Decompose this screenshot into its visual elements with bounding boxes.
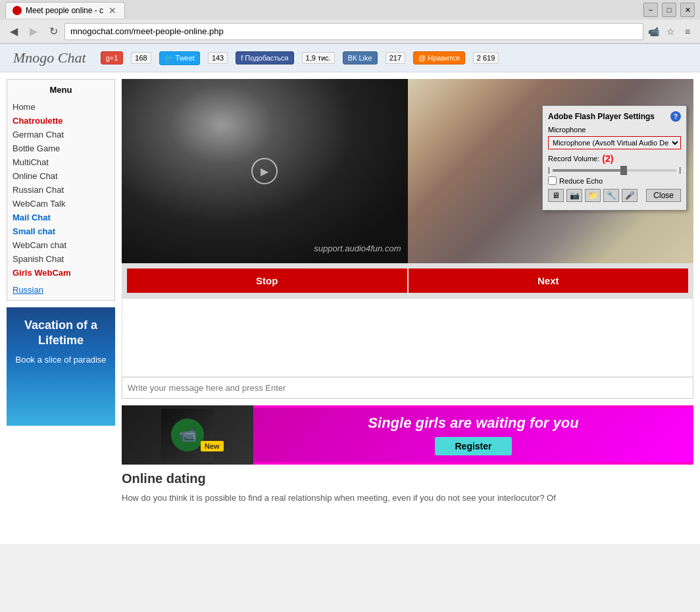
sidebar-item-online-chat[interactable]: Online Chat (12, 169, 109, 183)
next-button[interactable]: Next (409, 268, 689, 293)
flash-reduce-echo-label: Reduce Echo (559, 177, 603, 185)
tweet-count: 143 (208, 52, 228, 64)
browser-toolbar: ◀ ▶ ↻ 📹 ☆ ≡ (0, 20, 700, 43)
vacation-subtitle: Book a slice of paradise (13, 354, 109, 366)
reload-button[interactable]: ↻ (45, 23, 62, 40)
sidebar-item-chatroulette[interactable]: Chatroulette (12, 114, 109, 128)
flash-record-text: Record Volume: (548, 155, 599, 163)
chat-area (122, 298, 693, 377)
sidebar-item-mail-chat[interactable]: Mail Chat (12, 211, 109, 224)
sidebar-menu-box: Menu Home Chatroulette German Chat Bottl… (7, 79, 115, 301)
back-button[interactable]: ◀ (5, 23, 22, 40)
flash-settings-title: Adobe Flash Player Settings ? (548, 111, 681, 122)
menu-icon[interactable]: ≡ (680, 24, 695, 39)
close-window-button[interactable]: ✕ (680, 3, 695, 17)
star-icon[interactable]: ☆ (663, 24, 678, 39)
flash-slider-track (553, 169, 627, 172)
flash-help-button[interactable]: ? (670, 111, 681, 122)
address-bar[interactable] (64, 23, 643, 40)
sidebar-item-home[interactable]: Home (12, 100, 109, 114)
flash-title-text: Adobe Flash Player Settings (548, 112, 655, 121)
flash-close-button[interactable]: Close (646, 189, 681, 202)
sidebar-lang-link[interactable]: Russian (12, 285, 109, 295)
sidebar-item-german-chat[interactable]: German Chat (12, 128, 109, 141)
flash-reduce-echo-checkbox[interactable] (548, 176, 557, 185)
restore-button[interactable]: □ (662, 3, 676, 17)
window-controls: − □ ✕ (643, 3, 695, 17)
sidebar: Menu Home Chatroulette German Chat Bottl… (7, 79, 115, 511)
flash-reduce-echo-row: Reduce Echo (548, 176, 681, 185)
flash-icon-monitor[interactable]: 🖥 (548, 189, 564, 202)
video-container: ▶ support.audio4fun.com Adobe Flash Play… (122, 79, 693, 263)
flash-icon-settings[interactable]: 🔧 (603, 189, 619, 202)
flash-slider-min: | (548, 166, 550, 174)
flash-slider-max: | (679, 166, 681, 174)
tab-close-button[interactable]: ✕ (107, 5, 118, 16)
site-logo: Mnogo Chat (13, 49, 86, 66)
browser-titlebar: Meet people online - c ✕ − □ ✕ (0, 0, 700, 20)
ok-button[interactable]: @ Нравится (413, 51, 465, 64)
ok-count: 2 619 (473, 52, 499, 64)
forward-button[interactable]: ▶ (25, 23, 42, 40)
sidebar-item-small-chat[interactable]: Small chat (12, 224, 109, 238)
flash-icon-folder[interactable]: 📁 (585, 189, 601, 202)
video-icon[interactable]: 📹 (646, 24, 661, 39)
online-dating-text: How do you think it is possible to find … (122, 492, 693, 505)
toolbar-icons: 📹 ☆ ≡ (646, 24, 695, 39)
vacation-title: Vacation of a Lifetime (13, 318, 109, 349)
flash-microphone-label: Microphone (548, 126, 681, 134)
vk-button[interactable]: ВК Like (343, 51, 378, 64)
tab-favicon (12, 6, 22, 15)
tab-title: Meet people online - c (26, 6, 103, 15)
banner-new-badge: New (201, 441, 224, 451)
message-input[interactable] (122, 377, 693, 399)
flash-icon-camera[interactable]: 📷 (566, 189, 582, 202)
vk-count: 217 (386, 52, 405, 64)
video-play-icon: ▶ (251, 158, 278, 184)
flash-settings-dialog: Adobe Flash Player Settings ? Microphone… (542, 105, 687, 211)
flash-slider-thumb (620, 166, 627, 175)
video-controls: Stop Next (122, 263, 693, 298)
sidebar-item-girls-webcam[interactable]: Girls WebCam (12, 266, 109, 280)
sidebar-item-multichat[interactable]: MultiChat (12, 155, 109, 169)
flash-icon-mic[interactable]: 🎤 (622, 189, 638, 202)
banner-ad[interactable]: 📹 New Single girls are waiting for you R… (122, 405, 693, 465)
flash-microphone-select[interactable]: Microphone (Avsoft Virtual Audio Dev (548, 136, 681, 149)
fb-count: 1,9 тис. (302, 52, 335, 64)
banner-right: Single girls are waiting for you Registe… (253, 408, 693, 462)
page-body: Mnogo Chat g+1 168 🐦 Tweet 143 f Подобас… (0, 44, 700, 544)
video-right: Adobe Flash Player Settings ? Microphone… (408, 79, 694, 263)
online-dating-section: Online dating How do you think it is pos… (122, 465, 693, 511)
flash-record-label: Record Volume: (2) (548, 153, 681, 164)
flash-slider-container: | | (548, 166, 681, 174)
gplus-count: 168 (131, 52, 151, 64)
sidebar-item-bottle-game[interactable]: Bottle Game (12, 141, 109, 155)
video-watermark: support.audio4fun.com (314, 243, 401, 253)
gplus-button[interactable]: g+1 (101, 51, 124, 64)
flash-icons-row: 🖥 📷 📁 🔧 🎤 Close (548, 189, 681, 202)
browser-tab[interactable]: Meet people online - c ✕ (5, 2, 125, 18)
vacation-ad[interactable]: Vacation of a Lifetime Book a slice of p… (7, 307, 115, 426)
banner-text: Single girls are waiting for you (368, 415, 578, 432)
main-content: ▶ support.audio4fun.com Adobe Flash Play… (122, 79, 693, 511)
online-dating-title: Online dating (122, 471, 693, 486)
flash-volume-slider[interactable] (553, 169, 677, 172)
video-left: ▶ support.audio4fun.com (122, 79, 408, 263)
video-section: ▶ support.audio4fun.com Adobe Flash Play… (122, 79, 693, 399)
site-header: Mnogo Chat g+1 168 🐦 Tweet 143 f Подобас… (0, 44, 700, 72)
fb-button[interactable]: f Подобасться (236, 51, 293, 64)
sidebar-item-webcam-chat[interactable]: WebCam chat (12, 238, 109, 252)
tweet-button[interactable]: 🐦 Tweet (159, 51, 200, 65)
sidebar-item-russian-chat[interactable]: Russian Chat (12, 183, 109, 197)
banner-left: 📹 New (122, 405, 253, 465)
banner-register-button[interactable]: Register (435, 437, 511, 455)
stop-button[interactable]: Stop (127, 268, 407, 293)
sidebar-item-spanish-chat[interactable]: Spanish Chat (12, 252, 109, 266)
browser-chrome: Meet people online - c ✕ − □ ✕ ◀ ▶ ↻ 📹 ☆… (0, 0, 700, 44)
sidebar-menu-title: Menu (12, 85, 109, 95)
flash-annotation: (2) (602, 153, 613, 164)
banner-cam-icon: 📹 (171, 419, 204, 451)
main-layout: Menu Home Chatroulette German Chat Bottl… (0, 72, 700, 518)
minimize-button[interactable]: − (643, 3, 658, 17)
sidebar-item-webcam-talk[interactable]: WebCam Talk (12, 197, 109, 211)
